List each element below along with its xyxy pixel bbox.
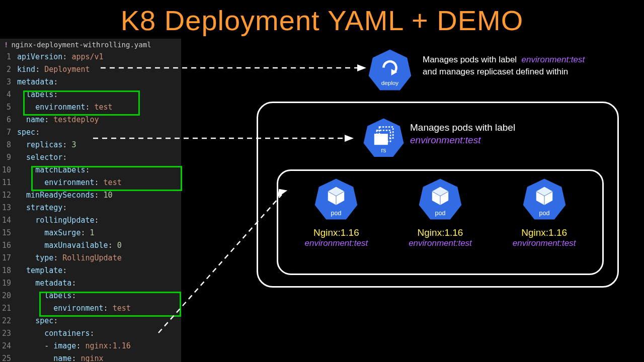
- pod-icon: pod: [522, 177, 567, 222]
- svg-marker-30: [357, 64, 366, 71]
- line-number: 6: [0, 114, 17, 126]
- line-number: 11: [0, 176, 17, 189]
- line-number: 4: [0, 88, 17, 101]
- line-number: 5: [0, 101, 17, 114]
- code-line: 4 labels:: [0, 88, 181, 101]
- code-line: 15 maxSurge: 1: [0, 227, 181, 239]
- code-content: selector:: [17, 151, 67, 164]
- line-number: 13: [0, 202, 17, 214]
- svg-text:pod: pod: [331, 210, 342, 217]
- svg-text:pod: pod: [539, 210, 549, 217]
- code-line: 6 name: testdeploy: [0, 114, 181, 126]
- code-content: labels:: [17, 88, 58, 101]
- deploy-icon: deploy: [367, 48, 413, 93]
- code-content: strategy:: [17, 202, 67, 214]
- line-number: 19: [0, 277, 17, 290]
- line-number: 23: [0, 327, 17, 340]
- filename-text: nginx-deployment-withrolling.yaml: [11, 41, 151, 49]
- code-line: 2kind: Deployment: [0, 63, 181, 76]
- code-content: environment: test: [17, 302, 131, 315]
- line-number: 21: [0, 302, 17, 315]
- code-content: maxUnavailable: 0: [17, 239, 122, 252]
- pod-item: pod Nginx:1.16 environment:test: [494, 177, 595, 248]
- code-line: 19 metadata:: [0, 277, 181, 290]
- code-content: environment: test: [17, 101, 113, 114]
- code-content: rollingUpdate:: [17, 214, 99, 227]
- code-line: 24 - image: nginx:1.16: [0, 340, 181, 352]
- code-content: - image: nginx:1.16: [17, 340, 131, 352]
- line-number: 1: [0, 51, 17, 63]
- code-content: spec:: [17, 315, 58, 327]
- line-number: 9: [0, 151, 17, 164]
- code-line: 12 minReadySeconds: 10: [0, 189, 181, 202]
- code-content: labels:: [17, 290, 76, 302]
- code-content: replicas: 3: [17, 139, 76, 151]
- code-content: matchLabels:: [17, 164, 90, 176]
- line-number: 7: [0, 126, 17, 139]
- code-content: minReadySeconds: 10: [17, 189, 113, 202]
- line-number: 25: [0, 352, 17, 362]
- line-number: 16: [0, 239, 17, 252]
- pod-box: pod Nginx:1.16 environment:test pod Ngin…: [277, 169, 604, 275]
- code-content: name: nginx: [17, 352, 104, 362]
- code-line: 5 environment: test: [0, 101, 181, 114]
- code-content: containers:: [17, 327, 95, 340]
- line-number: 17: [0, 252, 17, 264]
- line-number: 14: [0, 214, 17, 227]
- replicaset-description: Manages pods with label environment:test: [410, 122, 515, 146]
- code-content: type: RollingUpdate: [17, 252, 122, 264]
- code-line: 3metadata:: [0, 76, 181, 88]
- line-number: 3: [0, 76, 17, 88]
- pod-item: pod Nginx:1.16 environment:test: [286, 177, 386, 248]
- svg-text:deploy: deploy: [381, 79, 399, 86]
- line-number: 18: [0, 264, 17, 277]
- code-body: 1apiVersion: apps/v12kind: Deployment3me…: [0, 51, 181, 362]
- line-number: 24: [0, 340, 17, 352]
- code-content: kind: Deployment: [17, 63, 90, 76]
- pod-item: pod Nginx:1.16 environment:test: [390, 177, 491, 248]
- pod-env-label: environment:test: [390, 238, 491, 248]
- code-line: 14 rollingUpdate:: [0, 214, 181, 227]
- svg-text:pod: pod: [435, 210, 445, 217]
- code-line: 22 spec:: [0, 315, 181, 327]
- yaml-file-icon: !: [4, 41, 8, 49]
- code-line: 7spec:: [0, 126, 181, 139]
- code-line: 10 matchLabels:: [0, 164, 181, 176]
- replicaset-icon: rs: [362, 117, 405, 159]
- code-line: 18 template:: [0, 264, 181, 277]
- code-content: name: testdeploy: [17, 114, 99, 126]
- code-line: 25 name: nginx: [0, 352, 181, 362]
- line-number: 8: [0, 139, 17, 151]
- svg-text:rs: rs: [381, 147, 386, 154]
- code-content: spec:: [17, 126, 40, 139]
- code-content: metadata:: [17, 76, 58, 88]
- code-line: 20 labels:: [0, 290, 181, 302]
- line-number: 20: [0, 290, 17, 302]
- deploy-description: Manages pods with label environment:test…: [423, 54, 585, 78]
- code-line: 23 containers:: [0, 327, 181, 340]
- code-line: 9 selector:: [0, 151, 181, 164]
- page-title: K8 Deployment YAML + DEMO: [0, 0, 644, 39]
- pod-env-label: environment:test: [286, 238, 386, 248]
- code-content: apiVersion: apps/v1: [17, 51, 104, 63]
- line-number: 22: [0, 315, 17, 327]
- pod-image-label: Nginx:1.16: [494, 227, 595, 238]
- code-line: 8 replicas: 3: [0, 139, 181, 151]
- code-line: 11 environment: test: [0, 176, 181, 189]
- code-line: 1apiVersion: apps/v1: [0, 51, 181, 63]
- line-number: 15: [0, 227, 17, 239]
- code-line: 13 strategy:: [0, 202, 181, 214]
- code-line: 17 type: RollingUpdate: [0, 252, 181, 264]
- code-content: metadata:: [17, 277, 76, 290]
- code-content: template:: [17, 264, 67, 277]
- diagram-area: deploy Manages pods with label environme…: [181, 39, 644, 362]
- code-content: maxSurge: 1: [17, 227, 95, 239]
- code-editor: ! nginx-deployment-withrolling.yaml 1api…: [0, 39, 181, 362]
- code-content: environment: test: [17, 176, 122, 189]
- pod-image-label: Nginx:1.16: [286, 227, 386, 238]
- line-number: 2: [0, 63, 17, 76]
- pod-image-label: Nginx:1.16: [390, 227, 491, 238]
- line-number: 12: [0, 189, 17, 202]
- svg-rect-6: [374, 134, 388, 145]
- filename-tab[interactable]: ! nginx-deployment-withrolling.yaml: [0, 39, 181, 51]
